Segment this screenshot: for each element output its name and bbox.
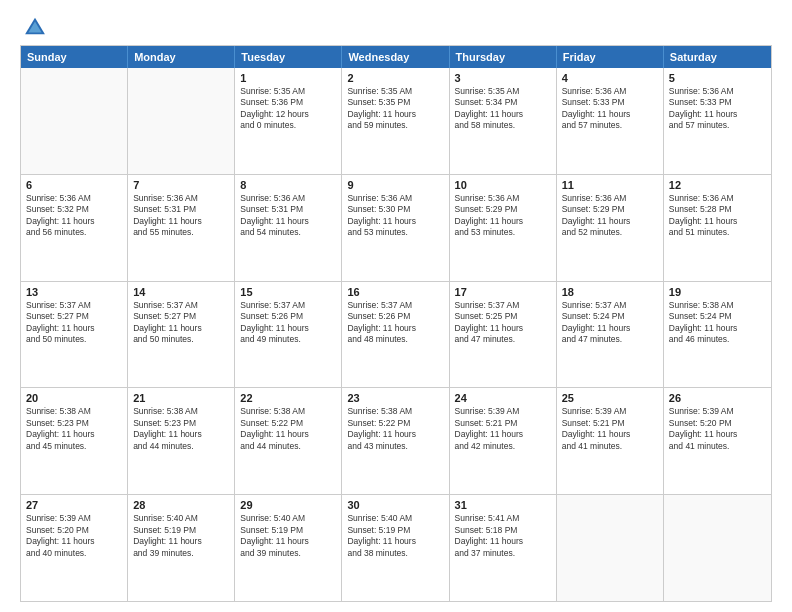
day-info: Sunrise: 5:41 AM Sunset: 5:18 PM Dayligh… bbox=[455, 513, 551, 559]
day-cell-30: 30Sunrise: 5:40 AM Sunset: 5:19 PM Dayli… bbox=[342, 495, 449, 601]
header-day-wednesday: Wednesday bbox=[342, 46, 449, 68]
day-number: 19 bbox=[669, 286, 766, 298]
day-info: Sunrise: 5:36 AM Sunset: 5:28 PM Dayligh… bbox=[669, 193, 766, 239]
day-cell-20: 20Sunrise: 5:38 AM Sunset: 5:23 PM Dayli… bbox=[21, 388, 128, 494]
day-cell-22: 22Sunrise: 5:38 AM Sunset: 5:22 PM Dayli… bbox=[235, 388, 342, 494]
day-number: 29 bbox=[240, 499, 336, 511]
day-cell-21: 21Sunrise: 5:38 AM Sunset: 5:23 PM Dayli… bbox=[128, 388, 235, 494]
day-cell-2: 2Sunrise: 5:35 AM Sunset: 5:35 PM Daylig… bbox=[342, 68, 449, 174]
day-info: Sunrise: 5:37 AM Sunset: 5:25 PM Dayligh… bbox=[455, 300, 551, 346]
day-info: Sunrise: 5:38 AM Sunset: 5:23 PM Dayligh… bbox=[133, 406, 229, 452]
day-cell-26: 26Sunrise: 5:39 AM Sunset: 5:20 PM Dayli… bbox=[664, 388, 771, 494]
day-info: Sunrise: 5:40 AM Sunset: 5:19 PM Dayligh… bbox=[133, 513, 229, 559]
day-info: Sunrise: 5:36 AM Sunset: 5:29 PM Dayligh… bbox=[562, 193, 658, 239]
day-cell-16: 16Sunrise: 5:37 AM Sunset: 5:26 PM Dayli… bbox=[342, 282, 449, 388]
day-number: 17 bbox=[455, 286, 551, 298]
day-info: Sunrise: 5:36 AM Sunset: 5:31 PM Dayligh… bbox=[133, 193, 229, 239]
day-number: 15 bbox=[240, 286, 336, 298]
week-row-2: 13Sunrise: 5:37 AM Sunset: 5:27 PM Dayli… bbox=[21, 281, 771, 388]
day-cell-13: 13Sunrise: 5:37 AM Sunset: 5:27 PM Dayli… bbox=[21, 282, 128, 388]
day-cell-31: 31Sunrise: 5:41 AM Sunset: 5:18 PM Dayli… bbox=[450, 495, 557, 601]
day-cell-4: 4Sunrise: 5:36 AM Sunset: 5:33 PM Daylig… bbox=[557, 68, 664, 174]
day-info: Sunrise: 5:36 AM Sunset: 5:33 PM Dayligh… bbox=[669, 86, 766, 132]
day-cell-8: 8Sunrise: 5:36 AM Sunset: 5:31 PM Daylig… bbox=[235, 175, 342, 281]
day-number: 9 bbox=[347, 179, 443, 191]
day-cell-14: 14Sunrise: 5:37 AM Sunset: 5:27 PM Dayli… bbox=[128, 282, 235, 388]
header bbox=[20, 15, 772, 37]
day-info: Sunrise: 5:36 AM Sunset: 5:32 PM Dayligh… bbox=[26, 193, 122, 239]
header-day-tuesday: Tuesday bbox=[235, 46, 342, 68]
day-number: 28 bbox=[133, 499, 229, 511]
day-number: 27 bbox=[26, 499, 122, 511]
calendar: SundayMondayTuesdayWednesdayThursdayFrid… bbox=[20, 45, 772, 602]
week-row-4: 27Sunrise: 5:39 AM Sunset: 5:20 PM Dayli… bbox=[21, 494, 771, 601]
day-number: 1 bbox=[240, 72, 336, 84]
day-cell-27: 27Sunrise: 5:39 AM Sunset: 5:20 PM Dayli… bbox=[21, 495, 128, 601]
day-number: 23 bbox=[347, 392, 443, 404]
day-info: Sunrise: 5:38 AM Sunset: 5:24 PM Dayligh… bbox=[669, 300, 766, 346]
header-day-friday: Friday bbox=[557, 46, 664, 68]
day-number: 16 bbox=[347, 286, 443, 298]
day-cell-12: 12Sunrise: 5:36 AM Sunset: 5:28 PM Dayli… bbox=[664, 175, 771, 281]
day-number: 3 bbox=[455, 72, 551, 84]
day-number: 25 bbox=[562, 392, 658, 404]
day-number: 14 bbox=[133, 286, 229, 298]
header-day-thursday: Thursday bbox=[450, 46, 557, 68]
day-cell-1: 1Sunrise: 5:35 AM Sunset: 5:36 PM Daylig… bbox=[235, 68, 342, 174]
day-cell-6: 6Sunrise: 5:36 AM Sunset: 5:32 PM Daylig… bbox=[21, 175, 128, 281]
day-number: 31 bbox=[455, 499, 551, 511]
day-number: 4 bbox=[562, 72, 658, 84]
day-cell-28: 28Sunrise: 5:40 AM Sunset: 5:19 PM Dayli… bbox=[128, 495, 235, 601]
day-info: Sunrise: 5:36 AM Sunset: 5:33 PM Dayligh… bbox=[562, 86, 658, 132]
day-info: Sunrise: 5:38 AM Sunset: 5:23 PM Dayligh… bbox=[26, 406, 122, 452]
empty-cell bbox=[128, 68, 235, 174]
day-info: Sunrise: 5:35 AM Sunset: 5:36 PM Dayligh… bbox=[240, 86, 336, 132]
day-info: Sunrise: 5:35 AM Sunset: 5:35 PM Dayligh… bbox=[347, 86, 443, 132]
day-cell-24: 24Sunrise: 5:39 AM Sunset: 5:21 PM Dayli… bbox=[450, 388, 557, 494]
day-info: Sunrise: 5:37 AM Sunset: 5:27 PM Dayligh… bbox=[26, 300, 122, 346]
day-info: Sunrise: 5:39 AM Sunset: 5:20 PM Dayligh… bbox=[26, 513, 122, 559]
day-cell-29: 29Sunrise: 5:40 AM Sunset: 5:19 PM Dayli… bbox=[235, 495, 342, 601]
header-day-saturday: Saturday bbox=[664, 46, 771, 68]
day-number: 12 bbox=[669, 179, 766, 191]
page: SundayMondayTuesdayWednesdayThursdayFrid… bbox=[0, 0, 792, 612]
day-number: 22 bbox=[240, 392, 336, 404]
day-number: 11 bbox=[562, 179, 658, 191]
day-info: Sunrise: 5:37 AM Sunset: 5:26 PM Dayligh… bbox=[347, 300, 443, 346]
header-day-monday: Monday bbox=[128, 46, 235, 68]
day-cell-5: 5Sunrise: 5:36 AM Sunset: 5:33 PM Daylig… bbox=[664, 68, 771, 174]
day-number: 2 bbox=[347, 72, 443, 84]
calendar-body: 1Sunrise: 5:35 AM Sunset: 5:36 PM Daylig… bbox=[21, 68, 771, 601]
day-info: Sunrise: 5:37 AM Sunset: 5:26 PM Dayligh… bbox=[240, 300, 336, 346]
day-number: 30 bbox=[347, 499, 443, 511]
week-row-3: 20Sunrise: 5:38 AM Sunset: 5:23 PM Dayli… bbox=[21, 387, 771, 494]
day-info: Sunrise: 5:39 AM Sunset: 5:20 PM Dayligh… bbox=[669, 406, 766, 452]
day-info: Sunrise: 5:37 AM Sunset: 5:24 PM Dayligh… bbox=[562, 300, 658, 346]
day-info: Sunrise: 5:39 AM Sunset: 5:21 PM Dayligh… bbox=[562, 406, 658, 452]
day-cell-25: 25Sunrise: 5:39 AM Sunset: 5:21 PM Dayli… bbox=[557, 388, 664, 494]
week-row-1: 6Sunrise: 5:36 AM Sunset: 5:32 PM Daylig… bbox=[21, 174, 771, 281]
day-number: 8 bbox=[240, 179, 336, 191]
logo-icon bbox=[24, 15, 46, 37]
day-info: Sunrise: 5:35 AM Sunset: 5:34 PM Dayligh… bbox=[455, 86, 551, 132]
day-number: 18 bbox=[562, 286, 658, 298]
day-number: 5 bbox=[669, 72, 766, 84]
day-cell-19: 19Sunrise: 5:38 AM Sunset: 5:24 PM Dayli… bbox=[664, 282, 771, 388]
day-info: Sunrise: 5:36 AM Sunset: 5:30 PM Dayligh… bbox=[347, 193, 443, 239]
day-info: Sunrise: 5:37 AM Sunset: 5:27 PM Dayligh… bbox=[133, 300, 229, 346]
empty-cell bbox=[557, 495, 664, 601]
day-number: 6 bbox=[26, 179, 122, 191]
day-number: 26 bbox=[669, 392, 766, 404]
day-info: Sunrise: 5:39 AM Sunset: 5:21 PM Dayligh… bbox=[455, 406, 551, 452]
day-number: 10 bbox=[455, 179, 551, 191]
day-cell-15: 15Sunrise: 5:37 AM Sunset: 5:26 PM Dayli… bbox=[235, 282, 342, 388]
day-cell-3: 3Sunrise: 5:35 AM Sunset: 5:34 PM Daylig… bbox=[450, 68, 557, 174]
day-cell-11: 11Sunrise: 5:36 AM Sunset: 5:29 PM Dayli… bbox=[557, 175, 664, 281]
calendar-header: SundayMondayTuesdayWednesdayThursdayFrid… bbox=[21, 46, 771, 68]
day-number: 24 bbox=[455, 392, 551, 404]
day-number: 13 bbox=[26, 286, 122, 298]
empty-cell bbox=[21, 68, 128, 174]
day-info: Sunrise: 5:36 AM Sunset: 5:31 PM Dayligh… bbox=[240, 193, 336, 239]
week-row-0: 1Sunrise: 5:35 AM Sunset: 5:36 PM Daylig… bbox=[21, 68, 771, 174]
day-info: Sunrise: 5:36 AM Sunset: 5:29 PM Dayligh… bbox=[455, 193, 551, 239]
